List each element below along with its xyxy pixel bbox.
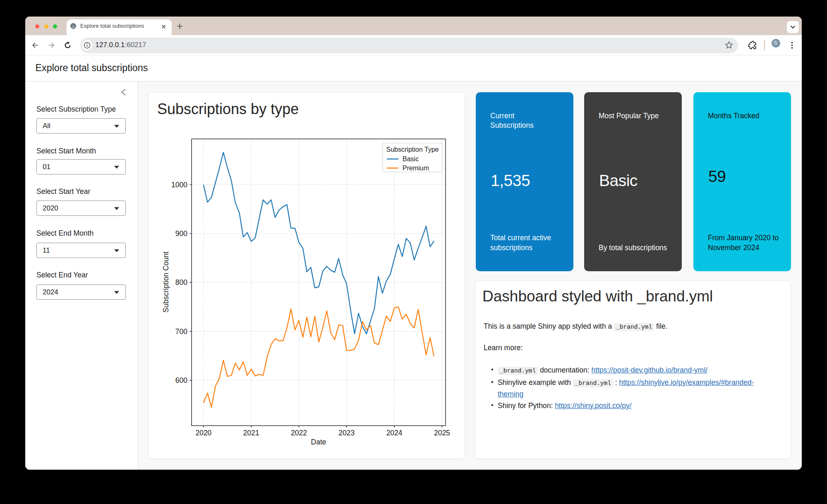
svg-text:600: 600	[175, 376, 187, 385]
svg-text:2025: 2025	[434, 429, 450, 437]
svg-text:1000: 1000	[171, 181, 187, 189]
svg-text:Premium: Premium	[403, 165, 429, 172]
svg-text:Subscription Count: Subscription Count	[162, 251, 170, 313]
svg-text:2022: 2022	[291, 429, 307, 437]
svg-text:Date: Date	[311, 438, 326, 446]
svg-text:2020: 2020	[195, 429, 211, 437]
svg-text:2024: 2024	[386, 429, 403, 437]
svg-text:2021: 2021	[243, 429, 259, 437]
svg-text:Basic: Basic	[403, 155, 419, 162]
svg-text:Subscription Type: Subscription Type	[386, 146, 439, 153]
svg-text:900: 900	[175, 229, 187, 238]
svg-text:2023: 2023	[338, 429, 355, 437]
svg-text:700: 700	[175, 327, 187, 336]
svg-text:800: 800	[175, 278, 187, 287]
